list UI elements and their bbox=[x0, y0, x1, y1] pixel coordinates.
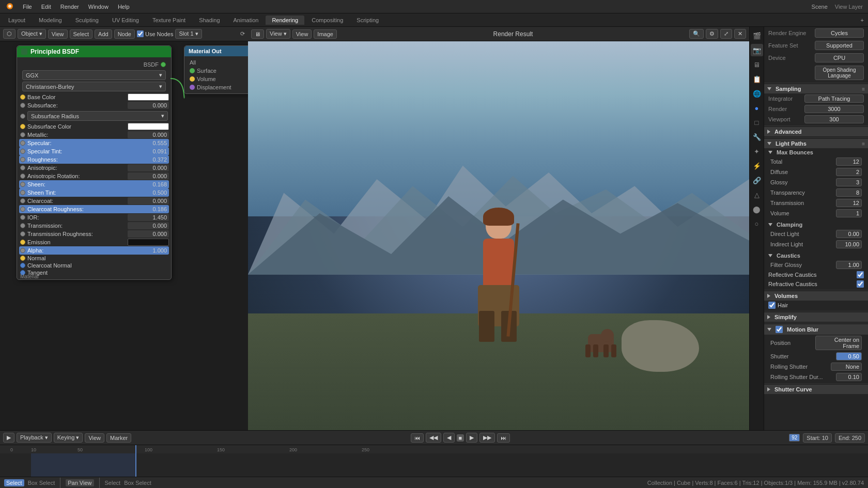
transmission-roughness-socket[interactable] bbox=[20, 231, 25, 237]
tab-sculpting[interactable]: Sculpting bbox=[69, 15, 105, 25]
view-layer-icon[interactable]: 📋 bbox=[751, 73, 763, 85]
direct-light-value[interactable]: 0.00 bbox=[836, 230, 862, 238]
volumes-header[interactable]: Volumes bbox=[764, 291, 868, 301]
sampling-header[interactable]: Sampling ≡ bbox=[764, 84, 868, 93]
physics-icon[interactable]: ⚡ bbox=[751, 160, 763, 172]
subsurface-radius-socket[interactable] bbox=[20, 114, 25, 119]
tab-uv-editing[interactable]: UV Editing bbox=[106, 15, 145, 25]
play-btn[interactable]: ▶ bbox=[466, 433, 477, 443]
tab-texture-paint[interactable]: Texture Paint bbox=[146, 15, 192, 25]
edit-menu[interactable]: Edit bbox=[37, 3, 55, 11]
base-color-socket[interactable] bbox=[20, 95, 25, 100]
feature-set-value[interactable]: Supported bbox=[815, 41, 864, 50]
indirect-light-value[interactable]: 10.00 bbox=[836, 240, 862, 248]
simplify-header[interactable]: Simplify bbox=[764, 312, 868, 322]
emission-color-field[interactable] bbox=[128, 239, 169, 246]
jump-start-btn[interactable]: ⏮ bbox=[411, 433, 424, 443]
diffuse-value[interactable]: 2 bbox=[836, 168, 862, 176]
volume-socket[interactable] bbox=[190, 76, 195, 82]
stop-btn[interactable]: ■ bbox=[457, 434, 464, 442]
particles-icon[interactable]: ✦ bbox=[751, 145, 763, 158]
blender-logo-menu[interactable] bbox=[2, 2, 18, 12]
sheen-socket[interactable] bbox=[20, 182, 25, 187]
clearcoat-roughness-socket[interactable] bbox=[20, 207, 25, 212]
surface-socket[interactable] bbox=[190, 68, 195, 73]
render-menu[interactable]: Render bbox=[56, 3, 83, 11]
use-nodes-checkbox[interactable] bbox=[137, 30, 144, 37]
window-menu[interactable]: Window bbox=[84, 3, 113, 11]
emission-socket[interactable] bbox=[20, 240, 25, 245]
transmission-roughness-value[interactable]: 0.000 bbox=[128, 230, 169, 238]
timeline-view-btn[interactable]: View bbox=[85, 433, 104, 443]
normal-socket[interactable] bbox=[20, 256, 25, 261]
specular-tint-value[interactable]: 0.091 bbox=[128, 148, 169, 155]
tab-layout[interactable]: Layout bbox=[2, 15, 32, 25]
hair-checkbox[interactable] bbox=[768, 302, 776, 309]
start-frame-btn[interactable]: Start: 10 bbox=[803, 433, 832, 443]
bsdf-output-socket[interactable] bbox=[161, 62, 166, 67]
editor-type-btn[interactable]: ⬡ bbox=[3, 29, 16, 39]
transmission-value[interactable]: 0.000 bbox=[128, 222, 169, 229]
anisotropic-value[interactable]: 0.000 bbox=[128, 164, 169, 171]
tab-modeling[interactable]: Modeling bbox=[33, 15, 68, 25]
tab-shading[interactable]: Shading bbox=[193, 15, 226, 25]
tab-rendering[interactable]: Rendering bbox=[266, 15, 304, 25]
shutter-curve-header[interactable]: Shutter Curve bbox=[764, 385, 868, 394]
viewport-close-btn[interactable]: ✕ bbox=[734, 29, 746, 39]
render-engine-value[interactable]: Cycles bbox=[815, 28, 864, 38]
anisotropic-socket[interactable] bbox=[20, 165, 25, 170]
device-value[interactable]: CPU bbox=[815, 53, 864, 62]
object-mode-btn[interactable]: Object ▾ bbox=[18, 29, 46, 39]
object-icon[interactable]: □ bbox=[751, 116, 763, 129]
viewport-image-btn[interactable]: Image bbox=[314, 29, 337, 39]
shutter-value[interactable]: 0.50 bbox=[836, 352, 862, 360]
transmission-socket[interactable] bbox=[20, 223, 25, 228]
step-back-btn[interactable]: ◀◀ bbox=[426, 433, 441, 443]
sheen-value[interactable]: 0.168 bbox=[128, 181, 169, 188]
sheen-tint-socket[interactable] bbox=[20, 190, 25, 195]
transparency-value[interactable]: 8 bbox=[836, 188, 862, 197]
anisotropic-rotation-socket[interactable] bbox=[20, 174, 25, 179]
alpha-socket[interactable] bbox=[20, 248, 25, 253]
select-btn[interactable]: Select bbox=[70, 29, 93, 39]
subsurface-method-dropdown[interactable]: Christansen-Burley ▾ bbox=[22, 82, 166, 91]
box-select-btn[interactable]: Box Select bbox=[28, 480, 55, 486]
clearcoat-roughness-value[interactable]: 0.186 bbox=[128, 206, 169, 213]
node-collapse-btn[interactable] bbox=[21, 49, 27, 55]
constraints-icon[interactable]: 🔗 bbox=[751, 174, 763, 186]
subsurface-value[interactable]: 0.000 bbox=[128, 102, 169, 109]
material-output-node[interactable]: Material Out All Surface Volume bbox=[184, 45, 248, 94]
specular-socket[interactable] bbox=[20, 140, 25, 146]
viewport-settings-btn[interactable]: ⚙ bbox=[706, 29, 718, 39]
render-value[interactable]: 3000 bbox=[804, 105, 864, 113]
playback-btn[interactable]: Playback ▾ bbox=[17, 433, 52, 443]
reflective-caustics-checkbox[interactable] bbox=[857, 271, 864, 278]
rolling-shutter-dur-value[interactable]: 0.10 bbox=[836, 373, 862, 381]
shader-icon[interactable]: ○ bbox=[751, 217, 763, 230]
clearcoat-normal-socket[interactable] bbox=[20, 263, 25, 268]
sheen-tint-value[interactable]: 0.500 bbox=[128, 189, 169, 196]
integrator-value[interactable]: Path Tracing bbox=[804, 95, 864, 103]
tab-compositing[interactable]: Compositing bbox=[305, 15, 349, 25]
position-value[interactable]: Center on Frame bbox=[815, 336, 862, 350]
subsurface-radius-dropdown[interactable]: Subsurface Radius▾ bbox=[27, 111, 168, 121]
refractive-caustics-checkbox[interactable] bbox=[857, 280, 864, 288]
status-select-label[interactable]: Select bbox=[105, 480, 121, 486]
advanced-header[interactable]: Advanced bbox=[764, 127, 868, 136]
specular-tint-socket[interactable] bbox=[20, 149, 25, 154]
clearcoat-socket[interactable] bbox=[20, 198, 25, 203]
viewport-value[interactable]: 300 bbox=[804, 115, 864, 123]
ior-socket[interactable] bbox=[20, 215, 25, 220]
open-shading-value[interactable]: Open Shading Language bbox=[815, 66, 864, 80]
help-menu[interactable]: Help bbox=[114, 3, 134, 11]
main-viewport[interactable] bbox=[248, 41, 749, 430]
slot-btn[interactable]: Slot 1 ▾ bbox=[175, 29, 202, 39]
jump-end-btn[interactable]: ⏭ bbox=[497, 433, 510, 443]
volume-value[interactable]: 1 bbox=[836, 209, 862, 217]
step-forward-btn[interactable]: ▶▶ bbox=[479, 433, 495, 443]
subsurface-color-field[interactable] bbox=[128, 123, 169, 130]
roughness-socket[interactable] bbox=[20, 157, 25, 162]
ior-value[interactable]: 1.450 bbox=[128, 214, 169, 221]
metallic-socket[interactable] bbox=[20, 132, 25, 137]
tab-animation[interactable]: Animation bbox=[227, 15, 265, 25]
